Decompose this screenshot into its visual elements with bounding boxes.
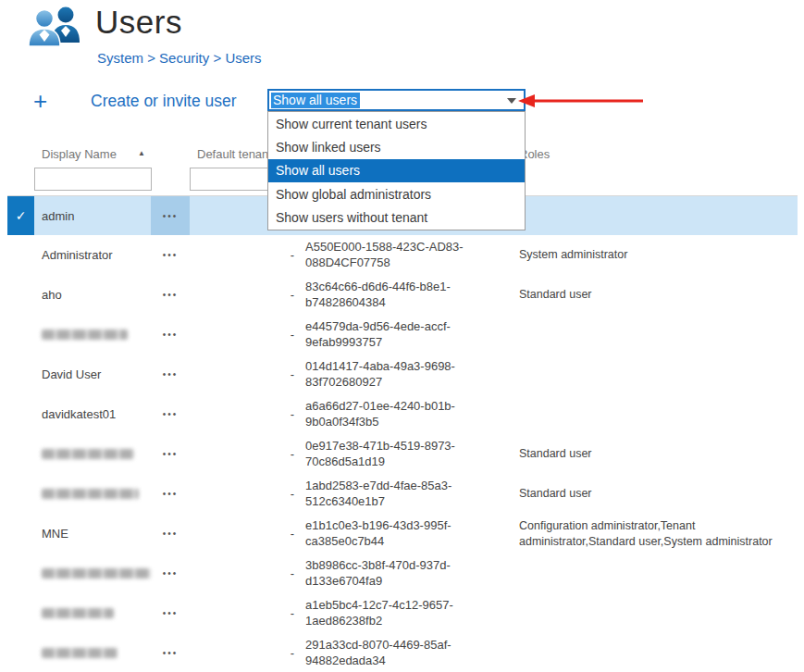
dropdown-option[interactable]: Show linked users	[268, 135, 525, 158]
cell-display-name: davidkatest01	[42, 394, 151, 434]
cell-default-tenant: -	[285, 633, 300, 672]
table-row[interactable]: davidkatest01 ••• - a6a66d27-01ee-4240-b…	[7, 394, 798, 434]
cell-user-guid: e1b1c0e3-b196-43d3-995f-ca385e0c7b44	[305, 514, 490, 554]
table-row[interactable]: ••• - e44579da-9d56-4ede-accf-9efab99937…	[7, 315, 798, 355]
cell-user-guid: 0e917e38-471b-4519-8973-70c86d5a1d19	[305, 434, 490, 474]
users-admin-page: Users System > Security > Users + Create…	[0, 0, 804, 672]
dropdown-option[interactable]: Show global administrators	[268, 182, 525, 205]
dropdown-option[interactable]: Show all users	[268, 159, 525, 182]
row-actions-ellipsis-button[interactable]: •••	[151, 275, 190, 315]
cell-display-name	[42, 633, 151, 672]
cell-roles: Standard user	[519, 434, 804, 474]
row-actions-ellipsis-button[interactable]: •••	[151, 633, 190, 672]
column-header-display-name[interactable]: Display Name	[42, 147, 117, 161]
cell-roles	[519, 633, 804, 672]
plus-icon: +	[33, 87, 47, 116]
cell-display-name	[42, 434, 151, 474]
table-row[interactable]: David User ••• - 014d1417-4aba-49a3-9698…	[7, 355, 798, 394]
sort-ascending-icon: ▲	[138, 149, 145, 157]
cell-display-name: David User	[42, 355, 151, 394]
cell-roles	[519, 355, 804, 394]
cell-display-name	[42, 474, 151, 514]
user-view-selected-value: Show all users	[271, 93, 360, 108]
cell-user-guid: a6a66d27-01ee-4240-b01b-9b0a0f34f3b5	[305, 394, 490, 434]
cell-default-tenant: -	[285, 554, 300, 593]
row-actions-ellipsis-button[interactable]: •••	[151, 593, 190, 633]
cell-display-name: aho	[42, 275, 151, 315]
cell-roles	[519, 394, 804, 434]
cell-user-guid: A550E000-1588-423C-AD83-088D4CF07758	[305, 235, 490, 275]
cell-default-tenant: -	[285, 275, 300, 315]
cell-display-name	[42, 554, 151, 593]
breadcrumb[interactable]: System > Security > Users	[97, 50, 262, 66]
row-actions-ellipsis-button[interactable]: •••	[151, 434, 190, 474]
cell-default-tenant: -	[285, 315, 300, 355]
cell-user-guid: e44579da-9d56-4ede-accf-9efab9993757	[305, 315, 490, 355]
redacted-display-name	[42, 648, 118, 658]
table-row[interactable]: ••• - 3b8986cc-3b8f-470d-937d-d133e6704f…	[7, 554, 798, 593]
cell-user-guid: 1abd2583-e7dd-4fae-85a3-512c6340e1b7	[305, 474, 490, 514]
create-or-invite-user-label: Create or invite user	[91, 92, 237, 111]
cell-display-name: admin	[42, 196, 151, 235]
cell-default-tenant: -	[285, 434, 300, 474]
cell-default-tenant: -	[285, 355, 300, 394]
cell-user-guid: 291a33cd-8070-4469-85af-94882edada34	[305, 633, 490, 672]
cell-display-name	[42, 315, 151, 355]
cell-display-name	[42, 593, 151, 633]
row-actions-ellipsis-button[interactable]: •••	[151, 315, 190, 355]
table-row[interactable]: ••• - 1abd2583-e7dd-4fae-85a3-512c6340e1…	[7, 474, 798, 514]
redacted-display-name	[42, 489, 139, 499]
cell-roles: System administrator	[519, 235, 804, 275]
cell-user-guid: a1eb5bc4-12c7-4c12-9657-1aed86238fb2	[305, 593, 490, 633]
cell-roles: Standard user	[519, 275, 804, 315]
cell-roles	[519, 593, 804, 633]
cell-user-guid: 83c64c66-d6d6-44f6-b8e1-b74828604384	[305, 275, 490, 315]
row-actions-ellipsis-button[interactable]: •••	[151, 474, 190, 514]
cell-roles	[519, 554, 804, 593]
cell-roles: Standard user	[519, 474, 804, 514]
cell-default-tenant: -	[285, 514, 300, 554]
cell-default-tenant: -	[285, 474, 300, 514]
users-table: ✓ admin ••• Administrator ••• - A550E000…	[7, 195, 798, 672]
row-actions-ellipsis-button[interactable]: •••	[151, 196, 190, 235]
redacted-display-name	[42, 608, 114, 618]
table-row[interactable]: aho ••• - 83c64c66-d6d6-44f6-b8e1-b74828…	[7, 275, 798, 315]
table-row[interactable]: MNE ••• - e1b1c0e3-b196-43d3-995f-ca385e…	[7, 514, 798, 554]
cell-default-tenant: -	[285, 394, 300, 434]
dropdown-option[interactable]: Show current tenant users	[268, 112, 525, 135]
row-selected-check-icon[interactable]: ✓	[7, 196, 34, 235]
cell-user-guid: 014d1417-4aba-49a3-9698-83f702680927	[305, 355, 490, 394]
cell-roles: Configuration administrator,Tenant admin…	[519, 514, 804, 554]
cell-roles	[519, 196, 804, 235]
redacted-display-name	[42, 449, 134, 459]
row-actions-ellipsis-button[interactable]: •••	[151, 235, 190, 275]
table-row[interactable]: Administrator ••• - A550E000-1588-423C-A…	[7, 235, 798, 275]
cell-user-guid: 3b8986cc-3b8f-470d-937d-d133e6704fa9	[305, 554, 490, 593]
row-actions-ellipsis-button[interactable]: •••	[151, 514, 190, 554]
redacted-display-name	[42, 568, 151, 579]
redacted-display-name	[42, 330, 128, 340]
row-actions-ellipsis-button[interactable]: •••	[151, 394, 190, 434]
cell-default-tenant: -	[285, 593, 300, 633]
user-view-select[interactable]: Show all users	[267, 89, 526, 111]
column-header-default-tenant[interactable]: Default tenant	[197, 147, 272, 161]
dropdown-option[interactable]: Show users without tenant	[268, 206, 525, 230]
cell-display-name: Administrator	[42, 235, 151, 275]
cell-display-name: MNE	[42, 514, 151, 554]
cell-default-tenant: -	[285, 235, 300, 275]
cell-roles	[519, 315, 804, 355]
display-name-filter-input[interactable]	[34, 168, 152, 191]
row-actions-ellipsis-button[interactable]: •••	[151, 355, 190, 394]
table-row[interactable]: ••• - 291a33cd-8070-4469-85af-94882edada…	[7, 633, 798, 672]
table-row[interactable]: ••• - 0e917e38-471b-4519-8973-70c86d5a1d…	[7, 434, 798, 474]
table-row[interactable]: ••• - a1eb5bc4-12c7-4c12-9657-1aed86238f…	[7, 593, 798, 633]
page-title: Users	[95, 4, 182, 41]
user-view-dropdown-list: Show current tenant usersShow linked use…	[267, 111, 526, 230]
users-icon	[24, 6, 89, 52]
chevron-down-icon[interactable]	[507, 98, 516, 104]
row-actions-ellipsis-button[interactable]: •••	[151, 554, 190, 593]
